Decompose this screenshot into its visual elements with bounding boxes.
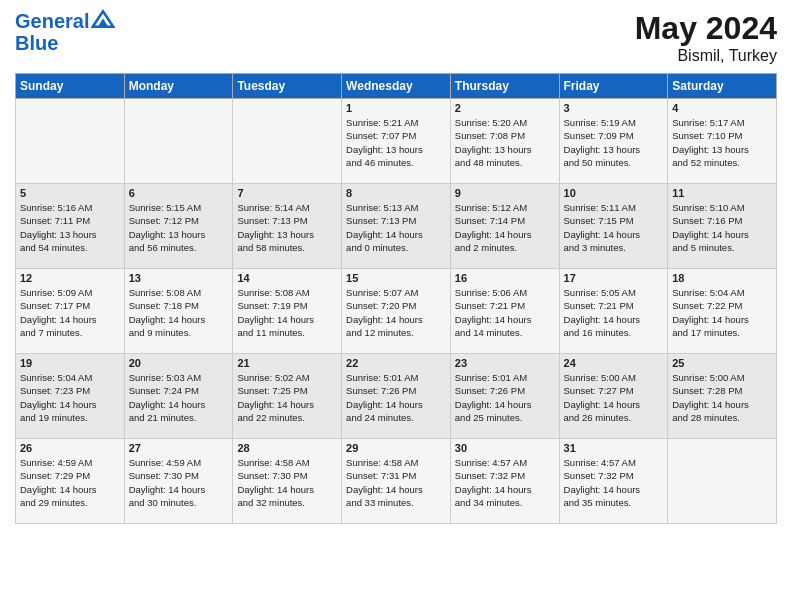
day-info-line: Daylight: 14 hours: [672, 313, 772, 326]
day-info-line: Sunset: 7:26 PM: [346, 384, 446, 397]
day-info-line: Sunset: 7:18 PM: [129, 299, 229, 312]
month-year: May 2024: [635, 10, 777, 47]
day-info: Sunrise: 5:11 AMSunset: 7:15 PMDaylight:…: [564, 201, 664, 254]
day-info-line: and 22 minutes.: [237, 411, 337, 424]
day-number: 7: [237, 187, 337, 199]
day-info: Sunrise: 5:04 AMSunset: 7:22 PMDaylight:…: [672, 286, 772, 339]
day-info: Sunrise: 4:58 AMSunset: 7:30 PMDaylight:…: [237, 456, 337, 509]
day-number: 26: [20, 442, 120, 454]
day-info-line: Sunset: 7:24 PM: [129, 384, 229, 397]
day-number: 18: [672, 272, 772, 284]
day-info-line: Sunset: 7:21 PM: [564, 299, 664, 312]
day-info-line: Daylight: 14 hours: [346, 483, 446, 496]
day-info-line: and 50 minutes.: [564, 156, 664, 169]
day-info-line: and 24 minutes.: [346, 411, 446, 424]
day-info-line: Sunset: 7:23 PM: [20, 384, 120, 397]
day-info-line: Sunrise: 4:58 AM: [237, 456, 337, 469]
day-info-line: Daylight: 13 hours: [237, 228, 337, 241]
day-info-line: Daylight: 14 hours: [564, 398, 664, 411]
day-info: Sunrise: 5:02 AMSunset: 7:25 PMDaylight:…: [237, 371, 337, 424]
day-number: 24: [564, 357, 664, 369]
day-number: 28: [237, 442, 337, 454]
calendar-cell: 29Sunrise: 4:58 AMSunset: 7:31 PMDayligh…: [342, 439, 451, 524]
day-info-line: Daylight: 14 hours: [455, 228, 555, 241]
day-number: 13: [129, 272, 229, 284]
day-info-line: Sunset: 7:27 PM: [564, 384, 664, 397]
day-info: Sunrise: 5:21 AMSunset: 7:07 PMDaylight:…: [346, 116, 446, 169]
day-info-line: and 19 minutes.: [20, 411, 120, 424]
day-info-line: and 30 minutes.: [129, 496, 229, 509]
day-number: 6: [129, 187, 229, 199]
day-info: Sunrise: 4:57 AMSunset: 7:32 PMDaylight:…: [455, 456, 555, 509]
day-info-line: and 11 minutes.: [237, 326, 337, 339]
day-number: 2: [455, 102, 555, 114]
day-info-line: and 58 minutes.: [237, 241, 337, 254]
day-number: 20: [129, 357, 229, 369]
day-info-line: and 28 minutes.: [672, 411, 772, 424]
day-number: 22: [346, 357, 446, 369]
day-number: 17: [564, 272, 664, 284]
calendar-cell: 10Sunrise: 5:11 AMSunset: 7:15 PMDayligh…: [559, 184, 668, 269]
day-info-line: Daylight: 14 hours: [237, 483, 337, 496]
day-info: Sunrise: 5:07 AMSunset: 7:20 PMDaylight:…: [346, 286, 446, 339]
header-thursday: Thursday: [450, 74, 559, 99]
day-info-line: Sunset: 7:32 PM: [564, 469, 664, 482]
day-number: 3: [564, 102, 664, 114]
page: General Blue May 2024 Bismil, Turkey Sun…: [0, 0, 792, 534]
day-info-line: Daylight: 13 hours: [564, 143, 664, 156]
calendar-cell: [233, 99, 342, 184]
day-info-line: Daylight: 14 hours: [20, 398, 120, 411]
day-info-line: Daylight: 14 hours: [672, 228, 772, 241]
day-info-line: and 48 minutes.: [455, 156, 555, 169]
day-info: Sunrise: 5:19 AMSunset: 7:09 PMDaylight:…: [564, 116, 664, 169]
day-info-line: Daylight: 13 hours: [455, 143, 555, 156]
day-info-line: Daylight: 14 hours: [129, 313, 229, 326]
day-info-line: Daylight: 14 hours: [672, 398, 772, 411]
calendar-cell: 6Sunrise: 5:15 AMSunset: 7:12 PMDaylight…: [124, 184, 233, 269]
day-info-line: and 12 minutes.: [346, 326, 446, 339]
calendar-table: Sunday Monday Tuesday Wednesday Thursday…: [15, 73, 777, 524]
day-info-line: and 35 minutes.: [564, 496, 664, 509]
day-info-line: and 34 minutes.: [455, 496, 555, 509]
day-info-line: Daylight: 13 hours: [672, 143, 772, 156]
day-info-line: Daylight: 14 hours: [237, 398, 337, 411]
day-info-line: Sunset: 7:22 PM: [672, 299, 772, 312]
day-number: 1: [346, 102, 446, 114]
day-info-line: Sunset: 7:16 PM: [672, 214, 772, 227]
day-info-line: Sunset: 7:07 PM: [346, 129, 446, 142]
day-info-line: Sunset: 7:13 PM: [237, 214, 337, 227]
day-info: Sunrise: 5:12 AMSunset: 7:14 PMDaylight:…: [455, 201, 555, 254]
day-info-line: Sunset: 7:13 PM: [346, 214, 446, 227]
day-info-line: Sunrise: 5:00 AM: [672, 371, 772, 384]
calendar-cell: 30Sunrise: 4:57 AMSunset: 7:32 PMDayligh…: [450, 439, 559, 524]
day-info-line: Sunset: 7:28 PM: [672, 384, 772, 397]
day-info-line: and 46 minutes.: [346, 156, 446, 169]
day-info-line: and 33 minutes.: [346, 496, 446, 509]
calendar-cell: [668, 439, 777, 524]
logo-text: General: [15, 10, 89, 32]
day-info: Sunrise: 5:08 AMSunset: 7:19 PMDaylight:…: [237, 286, 337, 339]
calendar-cell: 4Sunrise: 5:17 AMSunset: 7:10 PMDaylight…: [668, 99, 777, 184]
day-info-line: Sunrise: 5:01 AM: [346, 371, 446, 384]
day-info-line: Sunrise: 5:05 AM: [564, 286, 664, 299]
day-info-line: Sunset: 7:29 PM: [20, 469, 120, 482]
day-info-line: Sunset: 7:15 PM: [564, 214, 664, 227]
day-info-line: Sunrise: 5:20 AM: [455, 116, 555, 129]
day-info-line: Daylight: 13 hours: [346, 143, 446, 156]
day-info-line: Sunrise: 5:13 AM: [346, 201, 446, 214]
day-number: 23: [455, 357, 555, 369]
day-info-line: and 56 minutes.: [129, 241, 229, 254]
calendar-cell: 28Sunrise: 4:58 AMSunset: 7:30 PMDayligh…: [233, 439, 342, 524]
calendar-cell: 16Sunrise: 5:06 AMSunset: 7:21 PMDayligh…: [450, 269, 559, 354]
day-info-line: Sunset: 7:30 PM: [237, 469, 337, 482]
day-info-line: Daylight: 14 hours: [237, 313, 337, 326]
day-info-line: Sunset: 7:30 PM: [129, 469, 229, 482]
day-info-line: Sunset: 7:21 PM: [455, 299, 555, 312]
day-number: 21: [237, 357, 337, 369]
logo-blue: Blue: [15, 32, 115, 54]
day-info-line: and 0 minutes.: [346, 241, 446, 254]
calendar-cell: 17Sunrise: 5:05 AMSunset: 7:21 PMDayligh…: [559, 269, 668, 354]
day-info: Sunrise: 4:59 AMSunset: 7:30 PMDaylight:…: [129, 456, 229, 509]
day-number: 19: [20, 357, 120, 369]
day-info: Sunrise: 5:01 AMSunset: 7:26 PMDaylight:…: [346, 371, 446, 424]
